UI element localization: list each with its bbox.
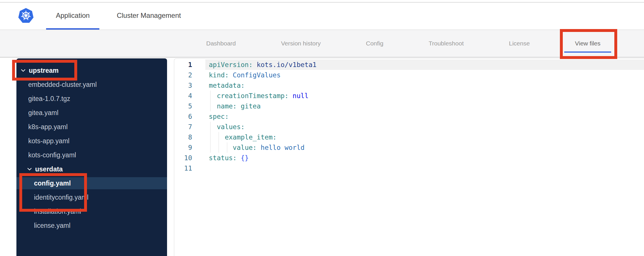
subnav-tab-config[interactable]: Config [366, 30, 383, 57]
code-line-5: 5 name: gitea [174, 101, 644, 111]
tree-file-embedded-cluster-yaml[interactable]: embedded-cluster.yaml [16, 79, 167, 91]
token-key: status: [209, 154, 237, 162]
line-number: 10 [174, 153, 205, 163]
code-content [205, 163, 644, 173]
code-line-11: 11 [174, 163, 644, 173]
token-key: example_item: [225, 133, 276, 141]
file-label: config.yaml [34, 179, 71, 187]
indent-guide [210, 101, 211, 111]
subnav-tab-version-history[interactable]: Version history [281, 30, 321, 57]
code-content: values: [205, 122, 644, 132]
code-line-6: 6spec: [174, 111, 644, 122]
folder-label: userdata [35, 165, 63, 173]
token-key: value: [233, 144, 257, 151]
file-tree: upstreamembedded-cluster.yamlgitea-1.0.7… [16, 58, 167, 232]
file-label: kots-app.yaml [28, 137, 69, 145]
file-label: installation.yaml [34, 208, 81, 215]
subnav-tab-dashboard[interactable]: Dashboard [206, 30, 236, 57]
file-label: gitea.yaml [28, 109, 58, 117]
subnav-tab-label: Troubleshoot [429, 40, 464, 47]
code-lines: 1apiVersion: kots.io/v1beta12kind: Confi… [174, 59, 644, 173]
line-number: 8 [174, 132, 205, 142]
chevron-down-icon [27, 168, 32, 171]
code-line-9: 9 value: hello world [174, 142, 644, 153]
tree-file-kots-app-yaml[interactable]: kots-app.yaml [16, 135, 167, 147]
chevron-down-icon [21, 69, 25, 72]
tree-file-kots-config-yaml[interactable]: kots-config.yaml [16, 149, 167, 161]
tree-file-gitea-1-0-7-tgz[interactable]: gitea-1.0.7.tgz [16, 93, 167, 105]
token-teal: gitea [237, 102, 261, 110]
subnav-tab-label: Config [366, 40, 383, 47]
line-number: 11 [174, 163, 205, 173]
code-line-1: 1apiVersion: kots.io/v1beta1 [174, 60, 644, 70]
indent-guide [210, 142, 211, 153]
indent-guide [210, 122, 211, 132]
token-key: apiVersion: [209, 61, 253, 68]
code-content: spec: [205, 111, 644, 122]
token-navy: kots.io/v1beta1 [253, 61, 317, 68]
code-content: status: {} [205, 153, 644, 163]
kots-admin-console-page: ApplicationCluster Management DashboardV… [0, 0, 644, 256]
token-key: kind: [209, 71, 229, 79]
kubernetes-logo-icon [18, 8, 34, 24]
tree-file-identityconfig-yaml[interactable]: identityconfig.yaml [16, 191, 167, 203]
subnav-tab-label: License [509, 40, 530, 47]
subnav-tab-license[interactable]: License [509, 30, 530, 57]
subnav-tab-bar: DashboardVersion historyConfigTroublesho… [0, 30, 644, 57]
tab-label: Application [56, 12, 90, 20]
tree-file-installation-yaml[interactable]: installation.yaml [16, 205, 167, 217]
token-plain [209, 144, 233, 151]
token-key: spec: [209, 113, 229, 120]
code-content: apiVersion: kots.io/v1beta1 [205, 60, 644, 70]
tree-folder-upstream[interactable]: upstream [16, 64, 167, 77]
line-number: 7 [174, 122, 205, 132]
line-number: 4 [174, 91, 205, 101]
tab-label: Cluster Management [117, 12, 181, 20]
tree-folder-userdata[interactable]: userdata [16, 163, 167, 175]
token-key: values: [217, 123, 245, 131]
code-content: creationTimestamp: null [205, 91, 644, 101]
tree-file-license-yaml[interactable]: license.yaml [16, 219, 167, 232]
subnav-tab-label: Dashboard [206, 40, 236, 47]
indent-guide [210, 132, 211, 142]
code-line-3: 3metadata: [174, 80, 644, 91]
token-blue: hello world [257, 144, 304, 151]
indent-guide [219, 142, 219, 153]
line-number: 5 [174, 101, 205, 111]
file-label: embedded-cluster.yaml [28, 81, 97, 89]
file-label: gitea-1.0.7.tgz [28, 95, 70, 103]
header-tab-bar: ApplicationCluster Management [46, 3, 191, 30]
code-line-7: 7 values: [174, 122, 644, 132]
token-blue: ConfigValues [229, 71, 281, 79]
tree-file-gitea-yaml[interactable]: gitea.yaml [16, 107, 167, 119]
line-number: 1 [174, 60, 205, 70]
indent-guide [219, 132, 219, 142]
token-key: creationTimestamp: [217, 92, 289, 100]
code-viewer-panel[interactable]: 1apiVersion: kots.io/v1beta12kind: Confi… [174, 58, 644, 256]
line-number: 6 [174, 111, 205, 122]
indent-guide [227, 142, 227, 153]
code-line-4: 4 creationTimestamp: null [174, 91, 644, 101]
indent-guide [210, 91, 211, 101]
file-label: kots-config.yaml [28, 151, 76, 159]
token-key: metadata: [209, 82, 245, 89]
code-content: example_item: [205, 132, 644, 142]
file-label: identityconfig.yaml [34, 194, 88, 201]
tab-cluster-management[interactable]: Cluster Management [107, 3, 191, 30]
line-number: 3 [174, 80, 205, 91]
code-content: name: gitea [205, 101, 644, 111]
tree-file-k8s-app-yaml[interactable]: k8s-app.yaml [16, 121, 167, 133]
token-brace: {} [237, 154, 249, 162]
code-content: value: hello world [205, 142, 644, 153]
app-subnav-bar: DashboardVersion historyConfigTroublesho… [0, 30, 644, 58]
file-label: license.yaml [34, 222, 71, 230]
file-tree-sidebar: upstreamembedded-cluster.yamlgitea-1.0.7… [16, 58, 167, 256]
token-const: null [289, 92, 308, 100]
tree-file-config-yaml[interactable]: config.yaml [16, 177, 167, 189]
code-line-8: 8 example_item: [174, 132, 644, 142]
subnav-tab-view-files[interactable]: View files [575, 30, 600, 57]
subnav-tab-troubleshoot[interactable]: Troubleshoot [429, 30, 464, 57]
code-line-2: 2kind: ConfigValues [174, 70, 644, 80]
tab-application[interactable]: Application [46, 3, 99, 30]
line-number: 9 [174, 142, 205, 153]
